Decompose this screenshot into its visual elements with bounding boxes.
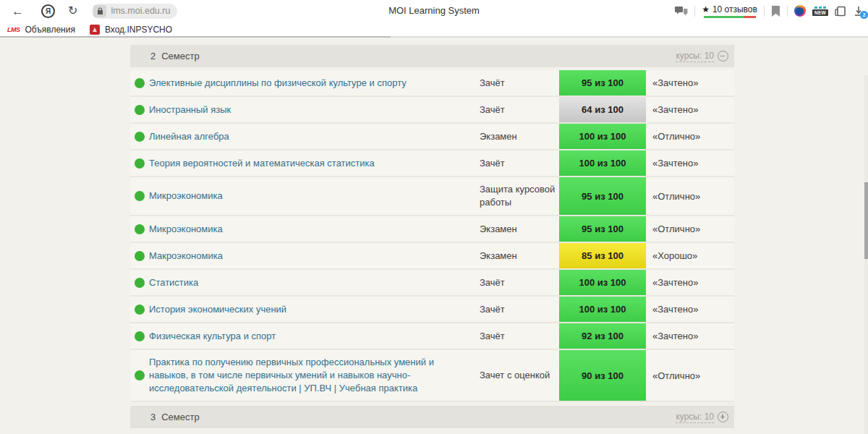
table-row: Теория вероятностей и математическая ста…: [130, 150, 734, 177]
grade-label: «Отлично»: [646, 370, 734, 381]
lms-favicon: LMS: [7, 26, 20, 33]
dialogs-icon[interactable]: [675, 6, 688, 17]
grade-label: «Отлично»: [646, 131, 734, 142]
course-link[interactable]: Практика по получению первичных професси…: [149, 350, 480, 401]
status-dot-icon: [130, 78, 149, 88]
score-badge: 92 из 100: [559, 323, 646, 349]
extension-icon-center: [796, 7, 804, 15]
grade-label: «Отлично»: [646, 224, 734, 234]
yandex-logo-icon[interactable]: Я: [41, 4, 55, 18]
exam-type-label: Зачёт: [480, 324, 559, 349]
courses-count-link[interactable]: курсы: 10: [676, 51, 714, 62]
exam-type-label: Экзамен: [480, 217, 559, 242]
bookmark-label: Вход.INPSYCHO: [105, 25, 172, 35]
status-dot-icon: [130, 158, 149, 169]
status-dot-icon: [130, 191, 149, 201]
status-dot-icon: [130, 305, 149, 315]
table-row: Микроэкономика Защита курсовой работы 95…: [130, 177, 734, 216]
course-link[interactable]: Статистика: [149, 271, 480, 295]
grade-label: «Хорошо»: [646, 250, 734, 261]
semester-2-header: 2 Семестр курсы: 10: [130, 45, 734, 67]
table-row: Макроэкономика Экзамен 85 из 100 «Хорошо…: [130, 243, 734, 270]
status-dot-icon: [130, 224, 149, 234]
grade-label: «Зачтено»: [646, 331, 734, 341]
course-link[interactable]: Физическая культура и спорт: [149, 324, 480, 349]
status-dot-icon: [130, 331, 149, 341]
bookmark-inpsycho[interactable]: Вход.INPSYCHO: [90, 25, 172, 35]
scrollbar-thumb[interactable]: [864, 182, 868, 259]
score-badge: 95 из 100: [559, 70, 646, 95]
inpsycho-favicon: [90, 25, 100, 35]
table-row: Микроэкономика Экзамен 95 из 100 «Отличн…: [130, 216, 734, 243]
exam-type-label: Экзамен: [480, 124, 559, 149]
semester-number: 2: [150, 51, 156, 61]
url-text: lms.moi.edu.ru: [111, 6, 170, 16]
divider: [694, 6, 695, 17]
exam-type-label: Зачёт: [480, 297, 559, 322]
exam-type-label: Зачет с оценкой: [480, 363, 559, 388]
table-row: Статистика Зачёт 100 из 100 «Зачтено»: [130, 270, 734, 297]
score-badge: 100 из 100: [559, 150, 646, 176]
semester-number: 3: [150, 412, 156, 422]
table-row: Физическая культура и спорт Зачёт 92 из …: [130, 323, 734, 350]
score-badge: 100 из 100: [559, 124, 646, 149]
course-link[interactable]: Микроэкономика: [149, 217, 480, 242]
downloads-icon[interactable]: 2: [854, 6, 864, 17]
table-row: Элективные дисциплины по физической куль…: [130, 70, 734, 97]
course-link[interactable]: Линейная алгебра: [149, 124, 480, 149]
course-link[interactable]: История экономических учений: [149, 297, 480, 322]
grade-label: «Зачтено»: [646, 104, 734, 115]
score-badge: 95 из 100: [559, 216, 646, 242]
reviews-label: 10 отзывов: [712, 4, 757, 14]
score-badge: 100 из 100: [559, 297, 646, 322]
course-link[interactable]: Иностранный язык: [149, 98, 480, 122]
kinopoisk-new-icon[interactable]: NEW: [812, 7, 828, 16]
site-reviews-widget[interactable]: ★ 10 отзывов: [702, 4, 757, 18]
exam-type-label: Экзамен: [480, 244, 559, 268]
exam-type-label: Зачёт: [480, 271, 559, 295]
course-link[interactable]: Элективные дисциплины по физической куль…: [149, 71, 480, 95]
divider: [787, 6, 788, 17]
gradebook-table: 2 Семестр курсы: 10 Элективные дисциплин…: [130, 45, 734, 431]
rating-negative-segment: [744, 16, 756, 18]
reload-icon[interactable]: ↻: [64, 5, 82, 17]
score-badge: 90 из 100: [559, 350, 646, 401]
courses-count-link[interactable]: курсы: 10: [676, 412, 714, 423]
extension-icon[interactable]: [794, 5, 806, 17]
status-dot-icon: [130, 278, 149, 288]
bookmark-flag-icon[interactable]: [771, 6, 780, 17]
semester-label: Семестр: [161, 412, 199, 422]
score-badge: 100 из 100: [559, 270, 646, 295]
semester-label: Семестр: [161, 51, 199, 61]
browser-chrome: ← Я ↻ lms.moi.edu.ru MOI Learning System…: [0, 0, 868, 38]
toolbar-right-icons: ★ 10 отзывов NEW: [675, 0, 864, 22]
address-bar[interactable]: lms.moi.edu.ru: [92, 4, 177, 19]
star-icon: ★: [702, 4, 710, 14]
status-dot-icon: [130, 370, 149, 380]
grade-label: «Зачтено»: [646, 304, 734, 315]
back-icon[interactable]: ←: [7, 5, 28, 17]
course-link[interactable]: Теория вероятностей и математическая ста…: [149, 151, 480, 176]
status-dot-icon: [130, 251, 149, 261]
table-row: Практика по получению первичных професси…: [130, 350, 734, 402]
score-badge: 95 из 100: [559, 177, 646, 215]
course-link[interactable]: Микроэкономика: [149, 184, 480, 208]
bookmark-lms[interactable]: LMS Объявления: [7, 25, 75, 35]
grade-label: «Зачтено»: [646, 77, 734, 88]
collections-icon[interactable]: [835, 6, 847, 17]
collapse-icon[interactable]: [718, 51, 728, 61]
score-badge: 64 из 100: [559, 97, 646, 122]
expand-icon[interactable]: [718, 412, 728, 422]
bookmark-label: Объявления: [25, 25, 75, 35]
downloads-count-badge: 2: [860, 11, 868, 19]
lms-page: 2 Семестр курсы: 10 Элективные дисциплин…: [0, 38, 868, 434]
divider: [764, 6, 765, 17]
table-row: Иностранный язык Зачёт 64 из 100 «Зачтен…: [130, 97, 734, 124]
lock-icon[interactable]: [93, 5, 106, 17]
exam-type-label: Зачёт: [480, 71, 559, 95]
table-row: История экономических учений Зачёт 100 и…: [130, 297, 734, 323]
browser-toolbar: ← Я ↻ lms.moi.edu.ru MOI Learning System…: [0, 0, 868, 22]
semester-3-header: 3 Семестр курсы: 10: [130, 406, 734, 428]
course-link[interactable]: Макроэкономика: [149, 244, 480, 268]
new-icon-dashes: [814, 7, 826, 9]
